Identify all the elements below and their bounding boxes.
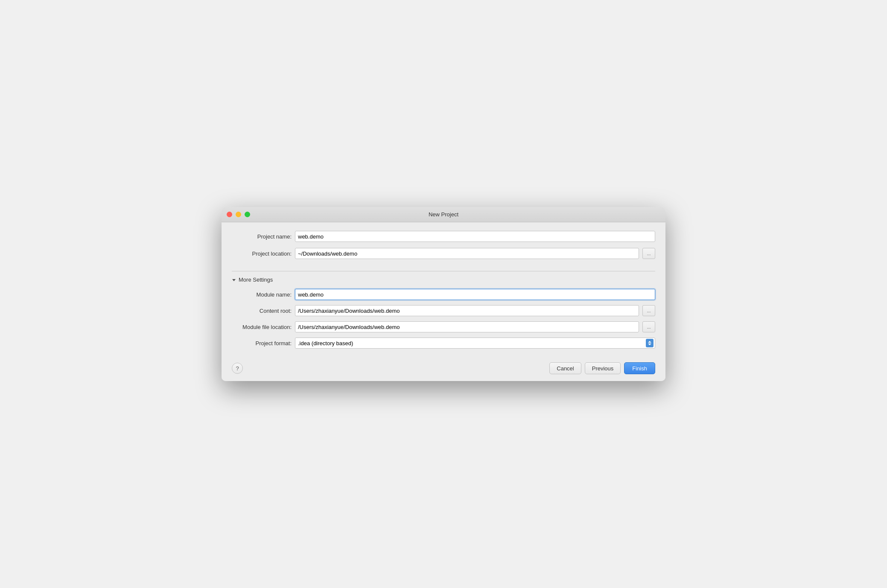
project-format-row: Project format: .idea (directory based) …: [232, 338, 655, 349]
titlebar-buttons: [227, 212, 250, 217]
dialog-title: New Project: [429, 211, 458, 218]
module-file-location-browse-button[interactable]: ...: [642, 321, 655, 332]
project-location-browse-button[interactable]: ...: [642, 248, 655, 259]
footer-right: Cancel Previous Finish: [549, 362, 655, 374]
project-format-label: Project format:: [232, 340, 292, 346]
finish-button[interactable]: Finish: [624, 362, 655, 374]
module-name-label: Module name:: [232, 291, 292, 298]
more-settings-section: More Settings Module name: Content root:…: [232, 271, 655, 349]
svg-marker-0: [232, 279, 236, 281]
previous-button[interactable]: Previous: [585, 362, 621, 374]
maximize-button[interactable]: [245, 212, 250, 217]
project-location-label: Project location:: [232, 250, 292, 257]
dialog-content: Project name: Project location: ... More…: [222, 222, 665, 357]
project-name-label: Project name:: [232, 233, 292, 240]
footer-left: ?: [232, 363, 243, 374]
new-project-dialog: New Project Project name: Project locati…: [222, 207, 665, 381]
content-root-browse-button[interactable]: ...: [642, 305, 655, 316]
more-settings-header[interactable]: More Settings: [232, 277, 655, 283]
chevron-down-icon: [232, 278, 236, 282]
module-file-location-row: Module file location: ...: [232, 321, 655, 332]
titlebar: New Project: [222, 207, 665, 222]
content-root-input[interactable]: [295, 305, 639, 316]
help-button[interactable]: ?: [232, 363, 243, 374]
content-root-label: Content root:: [232, 308, 292, 314]
module-file-location-input[interactable]: [295, 321, 639, 332]
project-name-row: Project name:: [232, 231, 655, 242]
content-root-row: Content root: ...: [232, 305, 655, 316]
project-name-input[interactable]: [295, 231, 655, 242]
project-format-select[interactable]: .idea (directory based) .ipr (file based…: [295, 338, 655, 349]
close-button[interactable]: [227, 212, 232, 217]
project-location-row: Project location: ...: [232, 248, 655, 259]
project-format-wrapper: .idea (directory based) .ipr (file based…: [295, 338, 655, 349]
module-name-input[interactable]: [295, 289, 655, 300]
project-location-input[interactable]: [295, 248, 639, 259]
module-file-location-label: Module file location:: [232, 324, 292, 330]
cancel-button[interactable]: Cancel: [549, 362, 581, 374]
more-settings-label: More Settings: [239, 277, 273, 283]
minimize-button[interactable]: [236, 212, 241, 217]
module-name-row: Module name:: [232, 289, 655, 300]
dialog-footer: ? Cancel Previous Finish: [222, 357, 665, 381]
